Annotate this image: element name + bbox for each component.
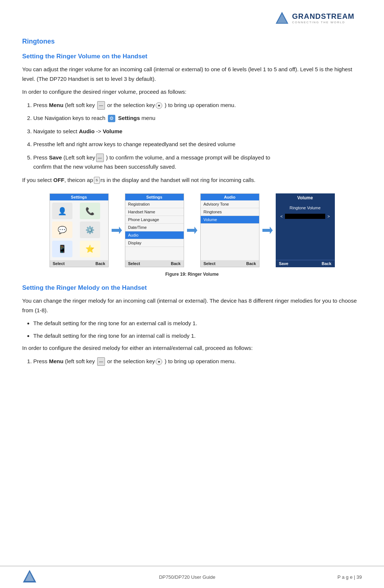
figure-caption: Figure 19: Ringer Volume <box>165 272 218 277</box>
figure-container: Settings 👤 📞 💬 ⚙️ 📱 ⭐ Select Back <box>22 193 362 277</box>
screen4-arrow-right: > <box>327 214 330 219</box>
subsection2-body2: In order to configure the desired melody… <box>22 343 362 353</box>
screen2-item-datetime: Date/Time <box>125 224 184 231</box>
off-bold: OFF <box>53 177 64 183</box>
screen4-footer: Save Back <box>276 260 334 267</box>
menu-soft-key-icon: — <box>97 101 105 110</box>
screen4-label: Ringtone Volume <box>278 206 332 210</box>
screen4-save: Save <box>279 261 289 266</box>
screen2-footer: Select Back <box>125 260 184 267</box>
step2-settings-bold: Settings <box>118 115 140 121</box>
arrow3-icon <box>261 224 274 237</box>
footer-logo-icon <box>22 569 37 584</box>
screen1: Settings 👤 📞 💬 ⚙️ 📱 ⭐ Select Back <box>50 193 109 267</box>
save-soft-key-icon: — <box>96 154 104 162</box>
screen2-item-audio: Audio <box>125 231 184 239</box>
screen4-volume-bar: < > <box>278 212 332 220</box>
logo-grand-text: GRANDSTREAM <box>292 12 354 21</box>
screen3-item-ringtones: Ringtones <box>201 208 259 216</box>
steps-list: Press Menu (left soft key — or the selec… <box>33 100 362 172</box>
screen2-item-display: Display <box>125 239 184 247</box>
selection-key-icon: ● <box>156 102 162 109</box>
arrow3 <box>259 224 276 237</box>
arrow1-icon <box>110 224 123 237</box>
screen1-header: Settings <box>50 194 108 200</box>
grandstream-logo-icon <box>275 11 289 25</box>
screen1-footer: Select Back <box>50 260 108 267</box>
icon-phone: 📞 <box>80 203 100 219</box>
subsection2-body1: You can change the ringer melody for an … <box>22 296 362 315</box>
screen4-arrow-left: < <box>281 214 283 219</box>
arrow1 <box>109 224 125 237</box>
svg-marker-2 <box>112 227 122 234</box>
screen3-item-volume: Volume <box>201 216 259 224</box>
subsection1-title: Setting the Ringer Volume on the Handset <box>22 53 362 60</box>
svg-marker-3 <box>187 227 197 234</box>
screen2-select: Select <box>128 261 140 266</box>
step3-audio-bold: Audio <box>79 128 95 134</box>
off-text-paragraph: If you select OFF, theicon apSrs in the … <box>22 175 362 185</box>
arrow2 <box>184 224 200 237</box>
icon-person: 👤 <box>52 203 72 219</box>
subsection2-menu-soft-key-icon: — <box>97 357 105 366</box>
bullet-item-2: The default setting for the ring tone fo… <box>33 331 362 341</box>
subsection1-body2: In order to configure the desired ringer… <box>22 87 362 97</box>
footer-guide-text: DP750/DP720 User Guide <box>159 574 215 580</box>
subsection2-bullet-list: The default setting for the ring tone fo… <box>33 319 362 340</box>
screen3-select: Select <box>204 261 215 266</box>
screen3-footer: Select Back <box>201 260 259 267</box>
subsection2-selection-key-icon: ● <box>156 358 162 365</box>
screen4-header: Volume <box>276 194 334 202</box>
screen1-select: Select <box>53 261 65 266</box>
screen2: Settings Registration Handset Name Phone… <box>125 193 184 267</box>
subsection2-step1-menu-bold: Menu <box>49 358 64 364</box>
subsection2-steps: Press Menu (left soft key — or the selec… <box>33 357 362 366</box>
screen2-item-handset: Handset Name <box>125 208 184 216</box>
screen2-item-registration: Registration <box>125 200 184 208</box>
screen2-body: Registration Handset Name Phone Language… <box>125 200 184 260</box>
step3-volume-bold: Volume <box>103 128 122 134</box>
step4-text: the left and right arrow keys to change … <box>47 141 235 147</box>
off-icon: S <box>94 177 100 184</box>
section-title: Ringtones <box>22 38 362 45</box>
arrow2-icon <box>186 224 199 237</box>
grandstream-logo: GRANDSTREAM CONNECTING THE WORLD <box>275 11 354 25</box>
subsection2-step1: Press Menu (left soft key — or the selec… <box>33 357 362 366</box>
figure-screens: Settings 👤 📞 💬 ⚙️ 📱 ⭐ Select Back <box>50 193 335 267</box>
step-4: Pressthe left and right arrow keys to ch… <box>33 140 362 149</box>
step5-save-bold: Save <box>49 154 62 161</box>
screen1-back: Back <box>95 261 105 266</box>
screen2-header: Settings <box>125 194 184 200</box>
step1-bold: Menu <box>49 102 64 108</box>
screen4-back: Back <box>322 261 331 266</box>
footer-page-number: P a g e | 39 <box>337 574 362 580</box>
page-footer: DP750/DP720 User Guide P a g e | 39 <box>0 566 384 588</box>
icon-mobile: 📱 <box>52 241 72 257</box>
screen2-item-language: Phone Language <box>125 216 184 224</box>
screen4: Volume Ringtone Volume < > Save Back <box>276 193 335 267</box>
step-2: Use Navigation keys to reach ⚙ Settings … <box>33 113 362 123</box>
screen2-back: Back <box>171 261 180 266</box>
logo-tagline: CONNECTING THE WORLD <box>292 21 354 24</box>
subsection1-body1: You can adjust the ringer volume for an … <box>22 65 362 83</box>
screen3-body: Advisory Tone Ringtones Volume <box>201 200 259 260</box>
bullet-item-1: The default setting for the ring tone fo… <box>33 319 362 328</box>
screen3-header: Audio <box>201 194 259 200</box>
icon-star: ⭐ <box>80 241 100 257</box>
screen4-bar <box>285 214 325 219</box>
step-3: Navigate to select Audio -> Volume <box>33 127 362 136</box>
screen3: Audio Advisory Tone Ringtones Volume Sel… <box>200 193 259 267</box>
screen4-body: Ringtone Volume < > <box>276 202 334 260</box>
svg-marker-4 <box>262 227 273 234</box>
footer-logo-container <box>22 569 37 585</box>
screen1-icon-grid: 👤 📞 💬 ⚙️ 📱 ⭐ <box>50 200 108 260</box>
icon-gear: ⚙️ <box>80 221 100 238</box>
subsection2-title: Setting the Ringer Melody on the Handset <box>22 284 362 292</box>
step-5: Press Save (Left soft key— ) to confirm … <box>33 153 362 172</box>
settings-gear-icon: ⚙ <box>108 115 115 122</box>
screen3-item-advisory: Advisory Tone <box>201 200 259 208</box>
page-header: GRANDSTREAM CONNECTING THE WORLD <box>22 7 362 29</box>
step-1: Press Menu (left soft key — or the selec… <box>33 100 362 110</box>
icon-message: 💬 <box>52 221 72 238</box>
screen3-back: Back <box>246 261 256 266</box>
